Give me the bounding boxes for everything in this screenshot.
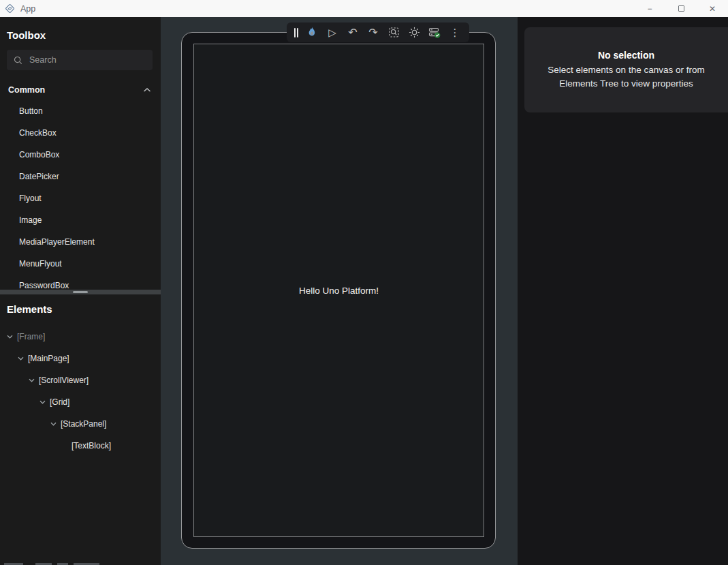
toolbox-item-passwordbox[interactable]: PasswordBox — [0, 275, 161, 290]
no-selection-line2: Elements Tree to view properties — [559, 77, 693, 91]
device-frame: Hello Uno Platform! — [181, 32, 496, 549]
toolbox-item-menuflyout[interactable]: MenuFlyout — [0, 253, 161, 275]
tree-item-scrollviewer[interactable]: [ScrollViewer] — [0, 369, 161, 391]
toolbox-item-image[interactable]: Image — [0, 209, 161, 231]
toolbar-drag-handle[interactable] — [291, 22, 302, 42]
tree-item-frame[interactable]: [Frame] — [0, 326, 161, 348]
title-bar: App − ✕ — [0, 0, 728, 17]
hello-textblock[interactable]: Hello Uno Platform! — [299, 286, 379, 296]
undo-icon: ↶ — [348, 27, 357, 38]
close-icon: ✕ — [709, 4, 716, 14]
elements-tree: [Frame] [MainPage] [ScrollViewer] [Grid] — [0, 326, 161, 457]
tree-item-label: [StackPanel] — [61, 419, 106, 429]
element-inspect-button[interactable] — [383, 22, 404, 42]
tree-item-label: [Frame] — [17, 332, 45, 341]
sun-icon — [409, 27, 420, 38]
properties-panel: No selection Select elements on the canv… — [518, 17, 728, 565]
chevron-down-icon[interactable] — [50, 422, 57, 426]
flame-icon — [306, 27, 317, 38]
tree-item-label: [MainPage] — [28, 354, 69, 363]
section-label: Common — [8, 85, 45, 95]
tree-item-grid[interactable]: [Grid] — [0, 391, 161, 413]
maximize-icon — [678, 5, 684, 12]
tree-item-label: [Grid] — [50, 397, 69, 407]
undo-button[interactable]: ↶ — [343, 22, 363, 42]
toolbox-item-checkbox[interactable]: CheckBox — [0, 122, 161, 144]
panel-splitter[interactable] — [0, 290, 161, 294]
app-screen[interactable]: Hello Uno Platform! — [193, 44, 484, 537]
window-title: App — [20, 4, 35, 14]
inspect-magnifier-icon — [388, 27, 400, 38]
toolbox-item-flyout[interactable]: Flyout — [0, 187, 161, 209]
close-button[interactable]: ✕ — [697, 0, 728, 17]
status-checklist-button[interactable] — [424, 22, 445, 42]
overflow-menu-button[interactable]: ⋮ — [445, 22, 465, 42]
tree-item-stackpanel[interactable]: [StackPanel] — [0, 413, 161, 435]
uno-platform-logo-icon — [5, 3, 15, 14]
theme-toggle-button[interactable] — [404, 22, 424, 42]
search-input[interactable] — [29, 55, 131, 65]
elements-panel: Elements [Frame] [MainPage] [ScrollViewe… — [0, 294, 161, 565]
left-sidebar: Toolbox Common Button CheckBox ComboBox … — [0, 17, 161, 565]
chevron-down-icon[interactable] — [39, 400, 46, 404]
checklist-check-icon — [428, 27, 441, 39]
kebab-menu-icon: ⋮ — [450, 27, 460, 37]
toolbox-item-list: Button CheckBox ComboBox DatePicker Flyo… — [0, 100, 161, 290]
chevron-down-icon[interactable] — [29, 378, 35, 382]
play-icon: ▷ — [328, 27, 336, 37]
chevron-down-icon[interactable] — [7, 335, 13, 339]
splitter-grip[interactable] — [73, 291, 88, 293]
tree-item-textblock[interactable]: [TextBlock] — [0, 435, 161, 457]
search-icon — [14, 56, 22, 65]
hot-reload-button[interactable] — [302, 22, 322, 42]
design-canvas[interactable]: Hello Uno Platform! ▷ ↶ ↷ — [161, 17, 518, 565]
toolbox-panel: Toolbox Common Button CheckBox ComboBox … — [0, 17, 161, 290]
tree-item-label: [ScrollViewer] — [39, 376, 89, 385]
toolbox-item-datepicker[interactable]: DatePicker — [0, 166, 161, 187]
toolbox-section-common[interactable]: Common — [0, 79, 161, 100]
no-selection-card: No selection Select elements on the canv… — [524, 27, 728, 112]
chevron-down-icon[interactable] — [18, 356, 24, 361]
chevron-up-icon — [143, 87, 151, 93]
hot-design-toolbar: ▷ ↶ ↷ — [287, 22, 469, 42]
redo-button[interactable]: ↷ — [363, 22, 383, 42]
tree-item-mainpage[interactable]: [MainPage] — [0, 348, 161, 369]
minimize-button[interactable]: − — [634, 0, 665, 17]
drag-handle-icon — [294, 28, 296, 37]
tree-item-label: [TextBlock] — [72, 441, 111, 451]
elements-title: Elements — [0, 294, 161, 315]
minimize-icon: − — [647, 4, 652, 14]
toolbox-item-mediaplayerelement[interactable]: MediaPlayerElement — [0, 231, 161, 253]
redo-icon: ↷ — [368, 27, 377, 38]
toolbox-item-button[interactable]: Button — [0, 100, 161, 122]
toolbox-title: Toolbox — [0, 17, 161, 41]
play-button[interactable]: ▷ — [322, 22, 343, 42]
maximize-button[interactable] — [665, 0, 697, 17]
no-selection-title: No selection — [598, 50, 654, 61]
toolbox-item-combobox[interactable]: ComboBox — [0, 144, 161, 166]
no-selection-line1: Select elements on the canvas or from — [548, 63, 704, 77]
toolbox-search[interactable] — [7, 50, 153, 70]
